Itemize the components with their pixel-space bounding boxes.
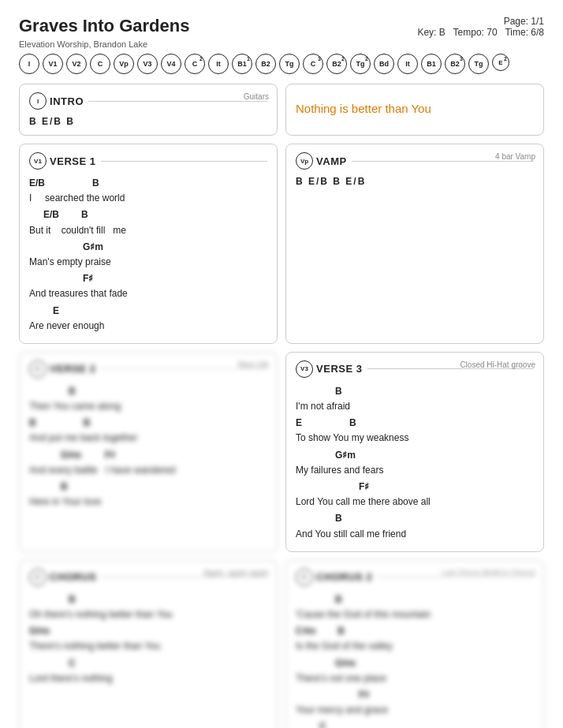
chorus-section: C CHORUS Again, again again B Oh there's… <box>19 560 278 728</box>
song-title: Graves Into Gardens <box>19 16 189 36</box>
verse1-line2-lyric: But it couldn't fill me <box>29 223 267 238</box>
page-number: Page: 1/1 <box>504 16 544 27</box>
chip-B22[interactable]: B22 <box>326 54 347 74</box>
chip-V1[interactable]: V1 <box>43 54 63 74</box>
chorus-chip: C <box>29 569 47 586</box>
verse2-content: B Then You came along BB And put me back… <box>29 384 267 510</box>
chip-It[interactable]: It <box>208 54 229 74</box>
verse2-section: C VERSE 2 New Life B Then You came along… <box>19 352 278 552</box>
chip-V4[interactable]: V4 <box>161 54 181 74</box>
verse1-line1-chord: E/BB <box>29 176 267 191</box>
chip-C3[interactable]: C3 <box>303 54 323 74</box>
chip-Bd[interactable]: Bd <box>374 54 394 74</box>
time-info: Time: 6/8 <box>505 27 544 38</box>
vamp-label: VAMP <box>313 155 347 167</box>
intro-section: I INTRO Guitars B E/B B <box>19 84 278 136</box>
vamp-note: 4 bar Vamp <box>495 152 535 161</box>
verse1-line4-lyric: And treasures that fade <box>29 286 267 301</box>
chorus2-note: Last Chorus (Build to Chorus) <box>442 569 535 577</box>
verse1-section: V1 VERSE 1 E/BB I searched the world E/B… <box>19 144 278 344</box>
verse3-label: VERSE 3 <box>313 363 363 375</box>
chip-C[interactable]: C <box>90 54 110 74</box>
verse1-line5-lyric: Are never enough <box>29 319 267 334</box>
intro-label: INTRO <box>47 95 84 107</box>
chip-Tg[interactable]: Tg <box>279 54 300 74</box>
chip-V3[interactable]: V3 <box>137 54 158 74</box>
chip-I[interactable]: I <box>19 54 39 74</box>
chorus2-content: B 'Cause the God of this mountain C♯mB I… <box>296 592 534 728</box>
chip-V2[interactable]: V2 <box>66 54 87 74</box>
verse3-content: B I'm not afraid EB To show You my weakn… <box>296 384 534 542</box>
section-chips: I V1 V2 C Vp V3 V4 C2 It B11 B2 Tg C3 B2… <box>19 54 544 74</box>
vamp-chords: B E/B B E/B <box>296 176 534 187</box>
verse1-line2-chord: E/BB <box>29 207 267 222</box>
chip-C2[interactable]: C2 <box>185 54 205 74</box>
verse1-line5-chord: E <box>29 304 267 319</box>
chorus2-chip: C <box>296 569 313 586</box>
chorus2-label: CHORUS 2 <box>313 571 372 583</box>
tempo-info: Tempo: 70 <box>453 27 498 38</box>
key-info: Key: B <box>417 27 445 38</box>
chip-E2[interactable]: E2 <box>492 54 509 71</box>
verse2-note: New Life <box>238 360 269 369</box>
main-content: I INTRO Guitars B E/B B Nothing is bette… <box>19 84 544 728</box>
chorus-content: B Oh there's nothing better than You G♯m… <box>29 592 267 686</box>
page-header: Graves Into Gardens Page: 1/1 Key: B Tem… <box>19 16 544 49</box>
intro-right-section: Nothing is better than You <box>285 84 544 136</box>
chip-B2[interactable]: B2 <box>255 54 276 74</box>
featured-text: Nothing is better than You <box>296 102 534 115</box>
verse1-label: VERSE 1 <box>47 155 96 167</box>
chorus-label: CHORUS <box>47 571 96 583</box>
header-meta: Page: 1/1 Key: B Tempo: 70 Time: 6/8 <box>417 16 544 38</box>
verse2-chip: C <box>29 360 47 378</box>
verse1-line4-chord: F♯ <box>29 271 267 286</box>
verse1-line3-chord: G♯m <box>29 240 267 255</box>
verse2-label: VERSE 2 <box>47 363 96 375</box>
chip-Tg2[interactable]: Tg2 <box>350 54 371 74</box>
chip-Vp[interactable]: Vp <box>114 54 134 74</box>
song-artists: Elevation Worship, Brandon Lake <box>19 39 544 49</box>
chip-B11[interactable]: B11 <box>232 54 252 74</box>
intro-note: Guitars <box>244 92 269 101</box>
verse1-line3-lyric: Man's empty praise <box>29 255 267 270</box>
chip-Tg3[interactable]: Tg <box>468 54 489 74</box>
chip-B1[interactable]: B1 <box>421 54 442 74</box>
verse1-content: E/BB I searched the world E/BB But it co… <box>29 176 267 334</box>
chip-B23[interactable]: B23 <box>445 54 465 74</box>
verse3-chip[interactable]: V3 <box>296 360 313 378</box>
verse3-note: Closed Hi-Hat groove <box>460 360 535 369</box>
chorus2-section: C CHORUS 2 Last Chorus (Build to Chorus)… <box>285 560 544 728</box>
intro-chords: B E/B B <box>29 116 267 127</box>
chorus-note: Again, again again <box>203 569 269 577</box>
vamp-section: Vp VAMP 4 bar Vamp B E/B B E/B <box>285 144 544 344</box>
chip-It2[interactable]: It <box>397 54 418 74</box>
intro-chip[interactable]: I <box>29 92 47 110</box>
verse1-chip[interactable]: V1 <box>29 152 47 170</box>
verse1-line1-lyric: I searched the world <box>29 191 267 206</box>
vamp-chip[interactable]: Vp <box>296 152 313 170</box>
verse3-section: V3 VERSE 3 Closed Hi-Hat groove B I'm no… <box>285 352 544 552</box>
